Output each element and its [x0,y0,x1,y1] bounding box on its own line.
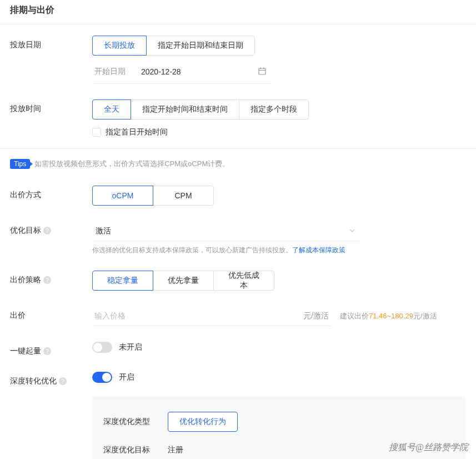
bid-price-input[interactable]: 输入价格 元/激活 [92,306,331,326]
bid-price-unit: 元/激活 [303,311,329,321]
start-date-input[interactable]: 开始日期 2020-12-28 [92,63,270,84]
label-delivery-date: 投放日期 [10,36,92,50]
delivery-time-options: 全天 指定开始时间和结束时间 指定多个时段 [92,99,466,119]
help-icon[interactable]: ? [43,347,51,355]
deep-conversion-status: 开启 [119,372,134,382]
delivery-date-options: 长期投放 指定开始日期和结束日期 [92,36,466,56]
option-longterm[interactable]: 长期投放 [92,36,147,56]
label-bid-strategy: 出价策略 ? [10,271,92,285]
deep-conversion-toggle[interactable] [92,372,112,383]
label-optimize-goal: 优化目标 ? [10,221,92,236]
option-strategy-stable[interactable]: 稳定拿量 [92,271,153,291]
help-icon[interactable]: ? [59,377,67,385]
watermark: 搜狐号@丝路赞学院 [389,442,468,453]
deep-type-option[interactable]: 优化转化行为 [168,412,238,432]
option-allday[interactable]: 全天 [92,99,131,119]
boost-status: 未开启 [119,342,142,352]
cost-policy-link[interactable]: 了解成本保障政策 [292,246,345,254]
deep-goal-value: 注册 [168,445,183,455]
start-date-value: 2020-12-28 [136,64,258,79]
boost-toggle[interactable] [92,342,112,353]
bid-suggestion: 建议出价71.46~180.29元/激活 [340,311,437,321]
label-bid-method: 出价方式 [10,186,92,200]
bid-method-options: oCPM CPM [92,186,466,206]
option-cpm[interactable]: CPM [153,186,214,206]
tips-text: 如需投放视频创意形式，出价方式请选择CPM或oCPM计费。 [34,159,229,169]
option-strategy-priority[interactable]: 优先拿量 [153,271,214,291]
bid-price-placeholder: 输入价格 [94,311,303,321]
label-bid-price: 出价 [10,306,92,321]
option-time-range[interactable]: 指定开始时间和结束时间 [131,99,239,119]
goal-help-text: 你选择的优化目标支持成本保障政策，可以放心新建广告持续投放。了解成本保障政策 [92,246,466,255]
bid-strategy-options: 稳定拿量 优先拿量 优先低成本 [92,271,466,291]
label-delivery-time: 投放时间 [10,99,92,114]
option-ocpm[interactable]: oCPM [92,186,153,206]
firstday-checkbox-label: 指定首日开始时间 [106,127,168,137]
start-date-label: 开始日期 [92,63,136,80]
label-deep-goal: 深度优化目标 [103,445,168,455]
label-deep-conversion: 深度转化优化 ? [10,372,92,386]
label-deep-type: 深度优化类型 [103,417,168,427]
page-title: 排期与出价 [10,4,466,16]
firstday-checkbox[interactable] [92,128,101,137]
option-date-range[interactable]: 指定开始日期和结束日期 [146,36,255,56]
option-multi-period[interactable]: 指定多个时段 [239,99,309,119]
optimize-goal-value: 激活 [96,226,111,236]
optimize-goal-select[interactable]: 激活 [92,221,359,241]
chevron-down-icon [349,227,355,236]
tips-badge: Tips [10,159,30,169]
label-one-click-boost: 一键起量 ? [10,342,92,356]
option-strategy-lowcost[interactable]: 优先低成本 [213,271,274,291]
help-icon[interactable]: ? [43,227,51,235]
calendar-icon [258,67,270,77]
help-icon[interactable]: ? [43,276,51,284]
svg-rect-0 [259,68,265,74]
